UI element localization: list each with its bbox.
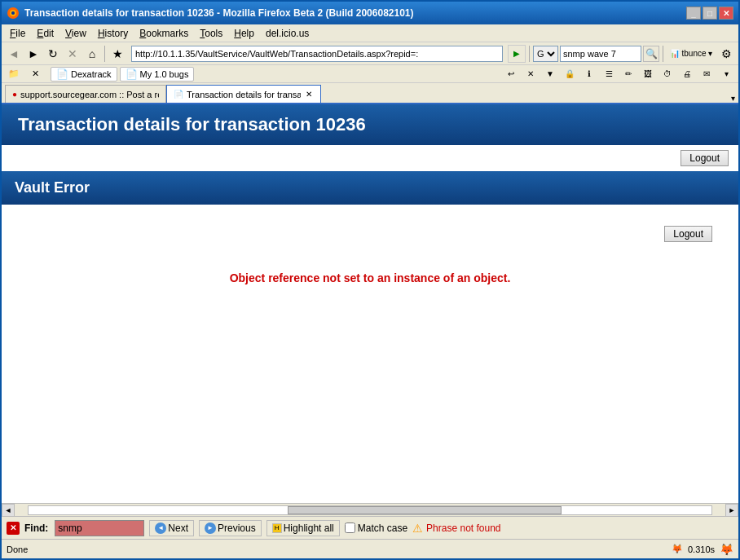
icon-btn-1[interactable]: ↩ <box>502 65 520 83</box>
logout-button-1[interactable]: Logout <box>681 150 729 166</box>
hscroll-left-arrow[interactable]: ◄ <box>2 504 15 517</box>
back-button[interactable]: ◄ <box>5 45 23 63</box>
stop-button[interactable]: ✕ <box>64 45 81 63</box>
separator-1 <box>104 46 105 62</box>
find-previous-label: Previous <box>218 523 256 534</box>
menu-bookmarks[interactable]: Bookmarks <box>134 26 193 41</box>
menu-help[interactable]: Help <box>229 26 259 41</box>
find-previous-button[interactable]: ► Previous <box>199 520 262 536</box>
tbunce-button[interactable]: 📊 tbunce ▾ <box>667 45 716 63</box>
find-highlight-button[interactable]: H Highlight all <box>266 520 340 536</box>
bookmark-manage-button[interactable]: ✕ <box>26 65 44 83</box>
logout-button-2[interactable]: Logout <box>664 226 712 242</box>
bookmark-page-button[interactable]: ★ <box>108 45 126 63</box>
tab-transaction-label: Transaction details for transacti... <box>187 90 301 99</box>
menu-file[interactable]: File <box>5 26 30 41</box>
search-input[interactable] <box>560 46 641 62</box>
navigation-toolbar: ◄ ► ↻ ✕ ⌂ ★ ▶ G 🔍 📊 tbunce ▾ ⚙ <box>2 42 738 65</box>
home-button[interactable]: ⌂ <box>83 45 101 63</box>
page-title: Transaction details for transaction 1023… <box>18 114 722 135</box>
page-header: Transaction details for transaction 1023… <box>2 104 738 145</box>
titlebar: Transaction details for transaction 1023… <box>2 2 738 24</box>
tab-transaction-close[interactable]: ✕ <box>304 90 314 99</box>
find-next-button[interactable]: ◄ Next <box>149 520 194 536</box>
minimize-button[interactable]: _ <box>686 7 701 20</box>
reload-button[interactable]: ↻ <box>44 45 62 63</box>
bugs-icon: 📄 <box>126 68 138 80</box>
status-right: 🦊 0.310s 🦊 <box>672 543 733 556</box>
bookmark-my-bugs[interactable]: 📄 My 1.0 bugs <box>120 67 195 82</box>
settings-button[interactable]: ⚙ <box>717 45 735 63</box>
icon-btn-11[interactable]: ✉ <box>698 65 716 83</box>
match-case-checkbox[interactable] <box>345 523 355 533</box>
icon-btn-4[interactable]: 🔒 <box>561 65 579 83</box>
icon-btn-10[interactable]: 🖨 <box>678 65 696 83</box>
icon-btn-8[interactable]: 🖼 <box>639 65 657 83</box>
warning-icon: ⚠ <box>412 522 423 535</box>
status-icon: 🦊 <box>672 544 683 554</box>
menu-edit[interactable]: Edit <box>32 26 59 41</box>
findbar-close-button[interactable]: ✕ <box>7 522 20 535</box>
icon-btn-5[interactable]: ℹ <box>580 65 598 83</box>
firefox-icon <box>7 7 20 20</box>
icon-btn-9[interactable]: ⏱ <box>659 65 676 83</box>
bookmark-dexatrack[interactable]: 📄 Dexatrack <box>51 67 117 82</box>
find-next-icon: ◄ <box>155 523 166 534</box>
add-bookmark-button[interactable]: 📁 <box>5 65 23 83</box>
tab-transaction-icon: 📄 <box>174 90 183 99</box>
hscrollbar: ◄ ► <box>2 503 738 516</box>
logout-row-1: Logout <box>2 145 738 171</box>
go-button[interactable]: ▶ <box>508 45 526 63</box>
tab-support[interactable]: ● support.sourcegear.com :: Post a reply <box>5 85 166 103</box>
search-submit-button[interactable]: 🔍 <box>643 46 659 62</box>
firefox-logo: 🦊 <box>720 543 733 556</box>
tab-transaction[interactable]: 📄 Transaction details for transacti... ✕ <box>166 85 321 103</box>
browser-window: Transaction details for transaction 1023… <box>0 0 740 560</box>
tab-list-chevron[interactable]: ▾ <box>731 94 735 103</box>
match-case-label: Match case <box>358 523 407 534</box>
tab-bar: ● support.sourcegear.com :: Post a reply… <box>2 83 738 104</box>
icon-btn-2[interactable]: ✕ <box>522 65 540 83</box>
match-case-checkbox-label[interactable]: Match case <box>345 523 407 534</box>
svg-point-2 <box>11 11 15 15</box>
separator-3 <box>663 46 663 62</box>
menu-tools[interactable]: Tools <box>195 26 227 41</box>
icon-btn-7[interactable]: ✏ <box>619 65 637 83</box>
vault-error-title: Vault Error <box>15 179 90 196</box>
bookmarks-bar: 📁 ✕ 📄 Dexatrack 📄 My 1.0 bugs ↩ ✕ ▼ 🔒 ℹ … <box>2 65 738 83</box>
address-input[interactable] <box>131 46 503 62</box>
menu-history[interactable]: History <box>93 26 133 41</box>
logout-row-2: Logout <box>18 221 722 247</box>
error-message: Object reference not set to an instance … <box>18 247 722 309</box>
statusbar: Done 🦊 0.310s 🦊 <box>2 539 738 558</box>
maximize-button[interactable]: □ <box>703 7 717 20</box>
hscroll-right-arrow[interactable]: ► <box>725 504 738 517</box>
highlight-icon: H <box>272 523 282 533</box>
error-body: Logout Object reference not set to an in… <box>2 205 738 325</box>
phrase-not-found: ⚠ Phrase not found <box>412 522 500 535</box>
bookmark-dexatrack-label: Dexatrack <box>71 69 112 79</box>
menubar: File Edit View History Bookmarks Tools H… <box>2 24 738 42</box>
find-input[interactable] <box>55 520 144 536</box>
hscroll-track[interactable] <box>28 505 712 515</box>
search-bar: G 🔍 <box>533 46 659 62</box>
vault-error-header: Vault Error <box>2 171 738 205</box>
find-next-label: Next <box>168 523 188 534</box>
bookmark-my-bugs-label: My 1.0 bugs <box>140 69 189 79</box>
menu-delicious[interactable]: del.icio.us <box>261 26 314 41</box>
phrase-not-found-label: Phrase not found <box>426 523 500 534</box>
hscroll-thumb[interactable] <box>288 506 561 514</box>
content-area: Transaction details for transaction 1023… <box>2 104 738 503</box>
icon-btn-6[interactable]: ☰ <box>600 65 618 83</box>
forward-button[interactable]: ► <box>24 45 42 63</box>
status-text: Done <box>7 545 672 554</box>
menu-view[interactable]: View <box>60 26 91 41</box>
icon-btn-3[interactable]: ▼ <box>541 65 559 83</box>
find-previous-icon: ► <box>205 523 216 534</box>
window-title: Transaction details for transaction 1023… <box>24 7 686 19</box>
icon-btn-12[interactable]: ▾ <box>717 65 735 83</box>
dexatrack-icon: 📄 <box>56 68 68 80</box>
close-button[interactable]: ✕ <box>719 7 733 20</box>
tab-support-icon: ● <box>12 90 17 99</box>
search-engine-select[interactable]: G <box>533 46 558 62</box>
